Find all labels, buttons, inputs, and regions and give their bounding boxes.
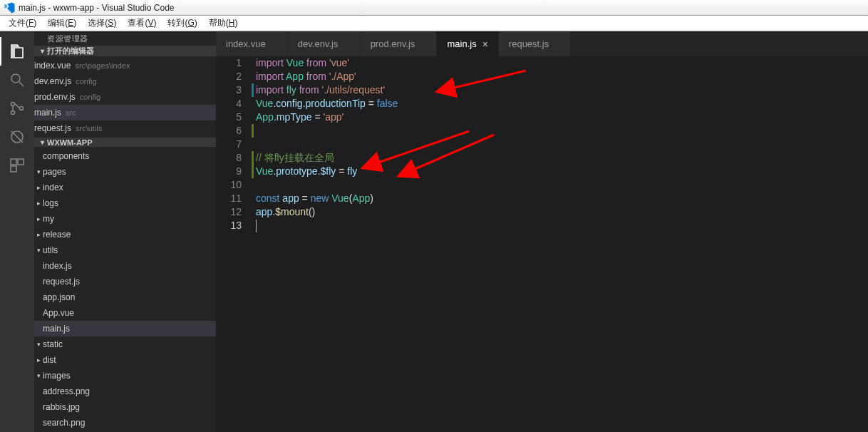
- svg-point-0: [11, 74, 20, 83]
- menu-h[interactable]: 帮助(H): [203, 17, 244, 29]
- tree-item[interactable]: ▸index: [34, 180, 216, 195]
- sidebar: 资源管理器 ▾ 打开的编辑器 index.vuesrc\pages\indexd…: [34, 31, 216, 432]
- code-content[interactable]: import Vue from 'vue'import App from './…: [256, 56, 868, 432]
- editor[interactable]: 12345678910111213 import Vue from 'vue'i…: [216, 56, 868, 432]
- tree-item[interactable]: ▸release: [34, 227, 216, 242]
- activity-extensions[interactable]: [0, 151, 34, 180]
- tree-item[interactable]: ▾static: [34, 336, 216, 352]
- menu-s[interactable]: 选择(S): [82, 17, 122, 29]
- tab[interactable]: index.vue×: [216, 31, 288, 56]
- tree-item[interactable]: ▸my: [34, 211, 216, 227]
- tree-item[interactable]: index.js: [34, 258, 216, 274]
- open-editors-label: 打开的编辑器: [47, 46, 94, 56]
- project-header[interactable]: ▾ WXWM-APP: [34, 138, 216, 147]
- tree-item[interactable]: app.json: [34, 289, 216, 305]
- activity-debug[interactable]: [0, 123, 34, 151]
- tree-item[interactable]: address.png: [34, 384, 216, 399]
- menu-e[interactable]: 编辑(E): [42, 17, 82, 29]
- tree-item[interactable]: ▸dist: [34, 352, 216, 368]
- sidebar-title: 资源管理器: [34, 31, 216, 46]
- vscode-logo-icon: [3, 1, 16, 14]
- open-editors-list: index.vuesrc\pages\indexdev.env.jsconfig…: [34, 56, 216, 138]
- project-tree: components▾pages▸index▸logs▸my▸release▾u…: [34, 147, 216, 432]
- tree-item[interactable]: main.js: [34, 321, 216, 336]
- activity-scm[interactable]: [0, 94, 34, 123]
- svg-rect-9: [11, 166, 16, 172]
- tree-item[interactable]: rabbis.jpg: [34, 399, 216, 415]
- menubar: 文件(F)编辑(E)选择(S)查看(V)转到(G)帮助(H): [0, 16, 868, 31]
- workbench: 资源管理器 ▾ 打开的编辑器 index.vuesrc\pages\indexd…: [0, 31, 868, 432]
- open-editor-item[interactable]: prod.env.jsconfig: [34, 89, 216, 105]
- chevron-down-icon: ▾: [37, 47, 47, 55]
- tab[interactable]: request.js×: [499, 31, 572, 56]
- tree-item[interactable]: components: [34, 148, 216, 164]
- tab[interactable]: main.js×: [437, 31, 498, 56]
- tree-item[interactable]: ▾images: [34, 368, 216, 384]
- tree-item[interactable]: ▾utils: [34, 242, 216, 258]
- chevron-down-icon: ▾: [37, 138, 47, 146]
- open-editor-item[interactable]: index.vuesrc\pages\index: [34, 58, 216, 73]
- project-label: WXWM-APP: [47, 138, 93, 147]
- titlebar: main.js - wxwm-app - Visual Studio Code: [0, 0, 868, 16]
- window-title: main.js - wxwm-app - Visual Studio Code: [19, 3, 175, 13]
- svg-rect-8: [18, 159, 24, 165]
- tree-item[interactable]: request.js: [34, 274, 216, 289]
- tab[interactable]: prod.env.js×: [361, 31, 438, 56]
- tree-item[interactable]: search.png: [34, 415, 216, 431]
- tree-item[interactable]: ▸logs: [34, 195, 216, 211]
- menu-g[interactable]: 转到(G): [162, 17, 202, 29]
- activity-explorer[interactable]: [0, 37, 34, 66]
- svg-line-1: [19, 82, 24, 86]
- close-icon[interactable]: ×: [482, 38, 488, 50]
- tree-item[interactable]: App.vue: [34, 305, 216, 321]
- tab[interactable]: dev.env.js×: [288, 31, 361, 56]
- svg-rect-7: [11, 159, 16, 165]
- tree-item[interactable]: ▾pages: [34, 164, 216, 180]
- menu-f[interactable]: 文件(F): [3, 17, 42, 29]
- open-editor-item[interactable]: request.jssrc\utils: [34, 120, 216, 136]
- tabs: index.vue×dev.env.js×prod.env.js×main.js…: [216, 31, 868, 56]
- svg-point-2: [11, 103, 15, 106]
- activitybar: [0, 31, 34, 432]
- activity-search[interactable]: [0, 66, 34, 94]
- open-editor-item[interactable]: main.jssrc: [34, 105, 216, 120]
- open-editor-item[interactable]: dev.env.jsconfig: [34, 73, 216, 89]
- menu-v[interactable]: 查看(V): [122, 17, 162, 29]
- svg-point-4: [20, 107, 24, 110]
- editor-area: index.vue×dev.env.js×prod.env.js×main.js…: [216, 31, 868, 432]
- svg-point-3: [11, 111, 15, 115]
- open-editors-header[interactable]: ▾ 打开的编辑器: [34, 46, 216, 56]
- line-gutter: 12345678910111213: [216, 56, 252, 432]
